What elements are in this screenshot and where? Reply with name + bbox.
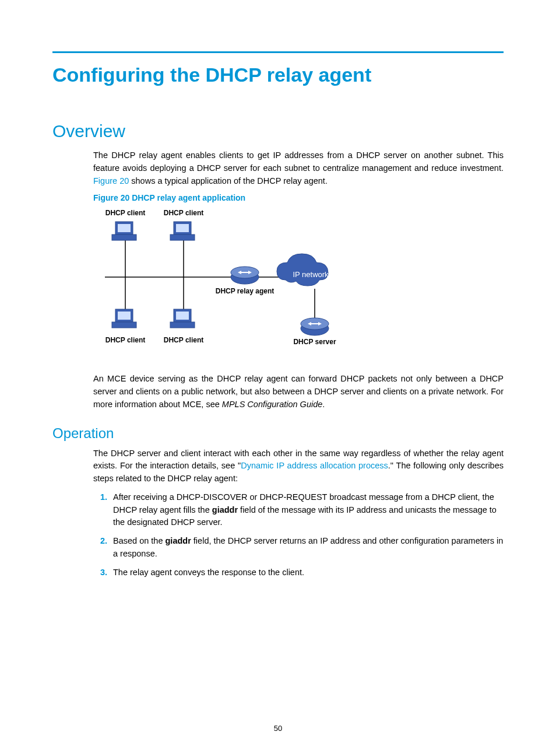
cloud-icon: IP network — [277, 254, 329, 286]
step-1: After receiving a DHCP-DISCOVER or DHCP-… — [110, 491, 504, 529]
mpls-guide-ref: MPLS Configuration Guide — [222, 400, 323, 409]
computer-icon — [112, 309, 136, 328]
text: shows a typical application of the DHCP … — [129, 176, 328, 186]
overview-paragraph-1: The DHCP relay agent enables clients to … — [93, 149, 504, 187]
svg-rect-9 — [112, 235, 136, 240]
overview-heading: Overview — [52, 121, 504, 141]
computer-icon — [170, 222, 195, 240]
text: The relay agent conveys the response to … — [113, 568, 304, 577]
text: . — [322, 400, 325, 409]
router-icon — [301, 318, 329, 335]
svg-rect-12 — [170, 235, 195, 240]
computer-icon — [170, 309, 195, 328]
svg-rect-18 — [170, 322, 195, 328]
figure-20-link[interactable]: Figure 20 — [93, 176, 129, 186]
label-client-bottom-right: DHCP client — [164, 336, 203, 344]
operation-intro: The DHCP server and client interact with… — [93, 447, 504, 485]
svg-rect-14 — [118, 312, 131, 320]
label-client-top-right: DHCP client — [164, 209, 203, 217]
label-relay-agent: DHCP relay agent — [216, 287, 274, 295]
cloud-label: IP network — [293, 270, 329, 279]
dynamic-ip-link[interactable]: Dynamic IP address allocation process — [241, 461, 388, 470]
text: Based on the — [113, 536, 166, 545]
label-client-bottom-left: DHCP client — [105, 336, 145, 344]
operation-steps: After receiving a DHCP-DISCOVER or DHCP-… — [93, 491, 504, 579]
page-number: 50 — [0, 724, 556, 733]
computer-icon — [112, 222, 136, 240]
top-rule — [52, 51, 504, 53]
svg-rect-15 — [112, 322, 136, 328]
svg-rect-8 — [118, 224, 131, 232]
operation-heading: Operation — [52, 425, 504, 442]
label-server: DHCP server — [293, 338, 336, 346]
figure-20-caption: Figure 20 DHCP relay agent application — [93, 193, 504, 202]
step-3: The relay agent conveys the response to … — [110, 566, 504, 579]
svg-rect-17 — [176, 312, 189, 320]
overview-paragraph-2: An MCE device serving as the DHCP relay … — [93, 373, 504, 411]
network-diagram-svg: IP network DHCP client DHCP client DHCP … — [93, 207, 361, 359]
svg-rect-11 — [176, 224, 189, 232]
step-2: Based on the giaddr field, the DHCP serv… — [110, 535, 504, 561]
router-icon — [231, 267, 259, 284]
text: The DHCP relay agent enables clients to … — [93, 150, 504, 173]
figure-20-diagram: IP network DHCP client DHCP client DHCP … — [93, 207, 504, 361]
giaddr-term: giaddr — [166, 536, 191, 545]
page-title: Configuring the DHCP relay agent — [52, 64, 504, 86]
label-client-top-left: DHCP client — [105, 209, 145, 217]
giaddr-term: giaddr — [212, 505, 238, 514]
